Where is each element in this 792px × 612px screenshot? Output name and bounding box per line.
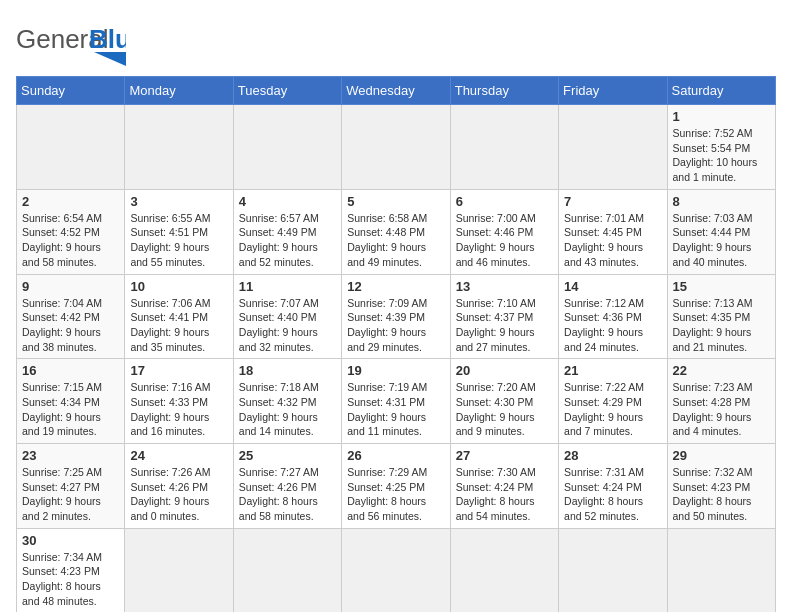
day-info: Sunrise: 7:09 AM Sunset: 4:39 PM Dayligh…: [347, 296, 444, 355]
day-number: 23: [22, 448, 119, 463]
day-number: 14: [564, 279, 661, 294]
day-number: 2: [22, 194, 119, 209]
calendar-cell: 3Sunrise: 6:55 AM Sunset: 4:51 PM Daylig…: [125, 189, 233, 274]
calendar-cell: 19Sunrise: 7:19 AM Sunset: 4:31 PM Dayli…: [342, 359, 450, 444]
day-info: Sunrise: 7:19 AM Sunset: 4:31 PM Dayligh…: [347, 380, 444, 439]
day-number: 7: [564, 194, 661, 209]
calendar-cell: [450, 528, 558, 612]
calendar-cell: 2Sunrise: 6:54 AM Sunset: 4:52 PM Daylig…: [17, 189, 125, 274]
calendar-day-header: Monday: [125, 77, 233, 105]
calendar-cell: 1Sunrise: 7:52 AM Sunset: 5:54 PM Daylig…: [667, 105, 775, 190]
day-info: Sunrise: 7:07 AM Sunset: 4:40 PM Dayligh…: [239, 296, 336, 355]
day-number: 6: [456, 194, 553, 209]
calendar-cell: [559, 105, 667, 190]
logo-svg: General Blue: [16, 16, 126, 66]
day-info: Sunrise: 7:32 AM Sunset: 4:23 PM Dayligh…: [673, 465, 770, 524]
day-number: 27: [456, 448, 553, 463]
day-number: 25: [239, 448, 336, 463]
calendar-week-row: 1Sunrise: 7:52 AM Sunset: 5:54 PM Daylig…: [17, 105, 776, 190]
calendar-cell: [233, 528, 341, 612]
calendar-cell: 24Sunrise: 7:26 AM Sunset: 4:26 PM Dayli…: [125, 444, 233, 529]
calendar-cell: 17Sunrise: 7:16 AM Sunset: 4:33 PM Dayli…: [125, 359, 233, 444]
day-number: 17: [130, 363, 227, 378]
day-info: Sunrise: 7:03 AM Sunset: 4:44 PM Dayligh…: [673, 211, 770, 270]
calendar-table: SundayMondayTuesdayWednesdayThursdayFrid…: [16, 76, 776, 612]
calendar-day-header: Tuesday: [233, 77, 341, 105]
logo: General Blue: [16, 16, 126, 66]
day-number: 12: [347, 279, 444, 294]
calendar-cell: 22Sunrise: 7:23 AM Sunset: 4:28 PM Dayli…: [667, 359, 775, 444]
day-info: Sunrise: 6:57 AM Sunset: 4:49 PM Dayligh…: [239, 211, 336, 270]
svg-marker-2: [94, 52, 126, 66]
calendar-cell: 11Sunrise: 7:07 AM Sunset: 4:40 PM Dayli…: [233, 274, 341, 359]
calendar-cell: 10Sunrise: 7:06 AM Sunset: 4:41 PM Dayli…: [125, 274, 233, 359]
calendar-cell: 18Sunrise: 7:18 AM Sunset: 4:32 PM Dayli…: [233, 359, 341, 444]
day-number: 26: [347, 448, 444, 463]
calendar-cell: 27Sunrise: 7:30 AM Sunset: 4:24 PM Dayli…: [450, 444, 558, 529]
calendar-cell: [125, 105, 233, 190]
calendar-day-header: Wednesday: [342, 77, 450, 105]
day-number: 19: [347, 363, 444, 378]
day-info: Sunrise: 6:58 AM Sunset: 4:48 PM Dayligh…: [347, 211, 444, 270]
calendar-cell: [667, 528, 775, 612]
day-number: 10: [130, 279, 227, 294]
day-number: 4: [239, 194, 336, 209]
calendar-cell: 6Sunrise: 7:00 AM Sunset: 4:46 PM Daylig…: [450, 189, 558, 274]
day-number: 16: [22, 363, 119, 378]
day-info: Sunrise: 7:06 AM Sunset: 4:41 PM Dayligh…: [130, 296, 227, 355]
day-info: Sunrise: 7:34 AM Sunset: 4:23 PM Dayligh…: [22, 550, 119, 609]
day-number: 5: [347, 194, 444, 209]
calendar-week-row: 9Sunrise: 7:04 AM Sunset: 4:42 PM Daylig…: [17, 274, 776, 359]
day-info: Sunrise: 7:25 AM Sunset: 4:27 PM Dayligh…: [22, 465, 119, 524]
calendar-cell: 14Sunrise: 7:12 AM Sunset: 4:36 PM Dayli…: [559, 274, 667, 359]
day-info: Sunrise: 7:26 AM Sunset: 4:26 PM Dayligh…: [130, 465, 227, 524]
day-number: 22: [673, 363, 770, 378]
calendar-day-header: Sunday: [17, 77, 125, 105]
page-header: General Blue: [16, 16, 776, 66]
day-number: 24: [130, 448, 227, 463]
calendar-cell: 16Sunrise: 7:15 AM Sunset: 4:34 PM Dayli…: [17, 359, 125, 444]
calendar-cell: 20Sunrise: 7:20 AM Sunset: 4:30 PM Dayli…: [450, 359, 558, 444]
calendar-cell: [342, 105, 450, 190]
calendar-day-header: Friday: [559, 77, 667, 105]
calendar-cell: 15Sunrise: 7:13 AM Sunset: 4:35 PM Dayli…: [667, 274, 775, 359]
calendar-day-header: Thursday: [450, 77, 558, 105]
calendar-cell: 26Sunrise: 7:29 AM Sunset: 4:25 PM Dayli…: [342, 444, 450, 529]
calendar-week-row: 30Sunrise: 7:34 AM Sunset: 4:23 PM Dayli…: [17, 528, 776, 612]
day-info: Sunrise: 6:54 AM Sunset: 4:52 PM Dayligh…: [22, 211, 119, 270]
day-number: 29: [673, 448, 770, 463]
day-info: Sunrise: 7:01 AM Sunset: 4:45 PM Dayligh…: [564, 211, 661, 270]
calendar-cell: 30Sunrise: 7:34 AM Sunset: 4:23 PM Dayli…: [17, 528, 125, 612]
calendar-header-row: SundayMondayTuesdayWednesdayThursdayFrid…: [17, 77, 776, 105]
day-info: Sunrise: 7:31 AM Sunset: 4:24 PM Dayligh…: [564, 465, 661, 524]
calendar-cell: [559, 528, 667, 612]
day-number: 1: [673, 109, 770, 124]
calendar-week-row: 2Sunrise: 6:54 AM Sunset: 4:52 PM Daylig…: [17, 189, 776, 274]
calendar-cell: 12Sunrise: 7:09 AM Sunset: 4:39 PM Dayli…: [342, 274, 450, 359]
day-number: 13: [456, 279, 553, 294]
calendar-cell: 7Sunrise: 7:01 AM Sunset: 4:45 PM Daylig…: [559, 189, 667, 274]
day-info: Sunrise: 7:22 AM Sunset: 4:29 PM Dayligh…: [564, 380, 661, 439]
calendar-cell: 29Sunrise: 7:32 AM Sunset: 4:23 PM Dayli…: [667, 444, 775, 529]
day-info: Sunrise: 7:29 AM Sunset: 4:25 PM Dayligh…: [347, 465, 444, 524]
day-number: 28: [564, 448, 661, 463]
calendar-cell: 21Sunrise: 7:22 AM Sunset: 4:29 PM Dayli…: [559, 359, 667, 444]
calendar-day-header: Saturday: [667, 77, 775, 105]
svg-text:Blue: Blue: [89, 24, 126, 54]
calendar-cell: [342, 528, 450, 612]
day-info: Sunrise: 7:13 AM Sunset: 4:35 PM Dayligh…: [673, 296, 770, 355]
day-info: Sunrise: 7:04 AM Sunset: 4:42 PM Dayligh…: [22, 296, 119, 355]
calendar-week-row: 23Sunrise: 7:25 AM Sunset: 4:27 PM Dayli…: [17, 444, 776, 529]
day-info: Sunrise: 7:18 AM Sunset: 4:32 PM Dayligh…: [239, 380, 336, 439]
day-number: 3: [130, 194, 227, 209]
day-number: 20: [456, 363, 553, 378]
day-info: Sunrise: 7:00 AM Sunset: 4:46 PM Dayligh…: [456, 211, 553, 270]
day-info: Sunrise: 7:27 AM Sunset: 4:26 PM Dayligh…: [239, 465, 336, 524]
calendar-cell: 28Sunrise: 7:31 AM Sunset: 4:24 PM Dayli…: [559, 444, 667, 529]
day-info: Sunrise: 7:23 AM Sunset: 4:28 PM Dayligh…: [673, 380, 770, 439]
calendar-cell: [233, 105, 341, 190]
day-number: 11: [239, 279, 336, 294]
calendar-cell: 8Sunrise: 7:03 AM Sunset: 4:44 PM Daylig…: [667, 189, 775, 274]
calendar-cell: [450, 105, 558, 190]
calendar-cell: 9Sunrise: 7:04 AM Sunset: 4:42 PM Daylig…: [17, 274, 125, 359]
